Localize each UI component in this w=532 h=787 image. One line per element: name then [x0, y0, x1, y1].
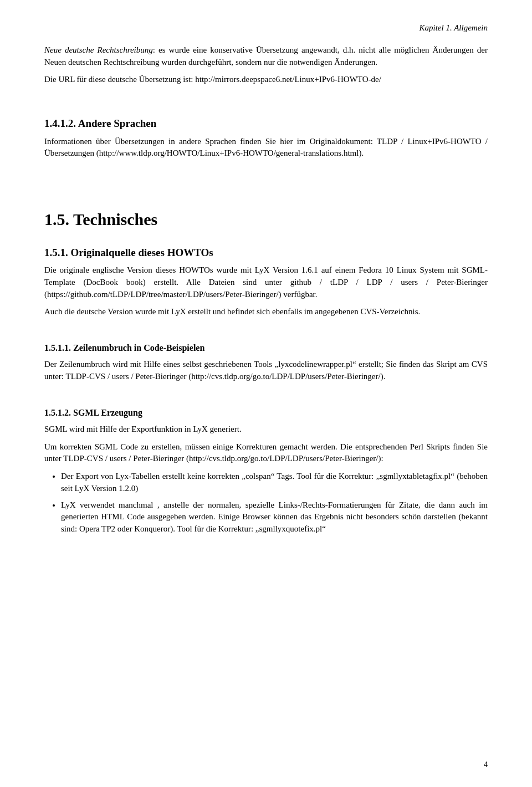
list-item: Der Export von Lyx-Tabellen erstellt kei…	[61, 471, 488, 495]
list-item-text-2: LyX verwendet manchmal , anstelle der no…	[61, 500, 488, 534]
section-1511-heading: 1.5.1.1. Zeilenumbruch in Code-Beispiele…	[44, 341, 488, 354]
page-number: 4	[484, 759, 488, 770]
section-1512-title: SGML Erzeugung	[73, 408, 142, 417]
section-151-paragraph-1: Die originale englische Version dieses H…	[44, 264, 488, 300]
section-15-number: 1.5.	[44, 210, 69, 228]
section-15-heading: 1.5. Technisches	[44, 207, 488, 232]
section-1412-title: Andere Sprachen	[78, 117, 157, 129]
list-item-text-1: Der Export von Lyx-Tabellen erstellt kei…	[61, 472, 488, 493]
section-1511-paragraph-1: Der Zeilenumbruch wird mit Hilfe eines s…	[44, 359, 488, 383]
intro-paragraph-1: Neue deutsche Rechtschreibung: es wurde …	[44, 44, 488, 69]
header-text: Kapitel 1. Allgemein	[420, 23, 488, 32]
italic-intro: Neue deutsche Rechtschreibung	[44, 45, 153, 54]
section-151-heading: 1.5.1. Originalquelle dieses HOWTOs	[44, 245, 488, 260]
section-151-paragraph-2: Auch die deutsche Version wurde mit LyX …	[44, 306, 488, 318]
page-header: Kapitel 1. Allgemein	[44, 22, 488, 34]
section-1511-title: Zeilenumbruch in Code-Beispielen	[73, 343, 204, 352]
section-1512-paragraph-2: Um korrekten SGML Code zu erstellen, müs…	[44, 441, 488, 466]
section-1512-number: 1.5.1.2.	[44, 408, 71, 417]
section-1412-paragraph: Informationen über Übersetzungen in ande…	[44, 136, 488, 160]
section-1511-number: 1.5.1.1.	[44, 343, 71, 352]
section-1412-number: 1.4.1.2.	[44, 117, 78, 129]
intro-paragraph-2: Die URL für diese deutsche Übersetzung i…	[44, 74, 488, 86]
list-item: LyX verwendet manchmal , anstelle der no…	[61, 499, 488, 535]
section-1512-heading: 1.5.1.2. SGML Erzeugung	[44, 406, 488, 419]
section-151-title: Originalquelle dieses HOWTOs	[71, 247, 213, 258]
page: Kapitel 1. Allgemein Neue deutsche Recht…	[0, 0, 532, 787]
section-15-title: Technisches	[73, 210, 157, 228]
section-151-number: 1.5.1.	[44, 247, 68, 258]
bullet-list: Der Export von Lyx-Tabellen erstellt kei…	[61, 471, 488, 535]
section-1512-paragraph-1: SGML wird mit Hilfe der Exportfunktion i…	[44, 423, 488, 436]
section-1412-heading: 1.4.1.2. Andere Sprachen	[44, 116, 488, 131]
